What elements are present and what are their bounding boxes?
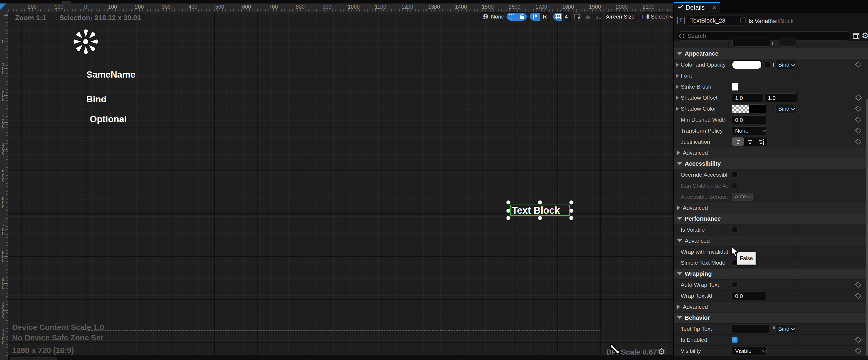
canvas-bottom-strip — [8, 355, 673, 360]
property-value-cell: Bind — [728, 103, 798, 114]
section-header-wrapping[interactable]: Wrapping — [674, 269, 868, 279]
property-checkbox[interactable] — [732, 172, 738, 177]
selection-handle[interactable] — [506, 209, 510, 213]
textblock-widget[interactable]: SameName — [86, 69, 135, 80]
section-header-accessibility[interactable]: Accessibility — [674, 158, 868, 169]
property-checkbox[interactable] — [732, 260, 738, 266]
section-header-performance[interactable]: Performance — [674, 214, 868, 224]
bind-button[interactable]: Bind — [775, 104, 797, 113]
property-label: Min Desired Width — [674, 116, 727, 123]
h-ruler-label: 600 — [242, 4, 251, 10]
inherit-checkbox[interactable] — [765, 62, 770, 67]
property-label: Wrap Text At — [674, 293, 712, 299]
details-tab[interactable]: Details ✕ — [674, 2, 720, 13]
advanced-row[interactable]: Advanced — [674, 236, 868, 246]
section-header-appearance[interactable]: Appearance — [674, 48, 868, 59]
reset-to-default-icon[interactable] — [855, 94, 862, 101]
advanced-row[interactable]: Advanced — [674, 147, 868, 158]
justify-center-button[interactable] — [744, 137, 756, 146]
widget-outlines-button[interactable] — [530, 12, 540, 21]
textblock-widget[interactable]: Bind — [86, 94, 107, 105]
property-label: Is Enabled — [674, 337, 707, 343]
selected-textblock-widget[interactable]: Text Block — [510, 204, 570, 216]
tooltip-text-input[interactable] — [732, 325, 769, 333]
shadow-offset-y-input[interactable]: 1.0 — [765, 93, 797, 102]
strike-brush-swatch[interactable] — [732, 83, 738, 90]
flip-preview-button[interactable] — [594, 12, 603, 21]
localization-none-label: None — [488, 13, 504, 20]
reset-to-default-icon[interactable] — [855, 138, 861, 145]
reset-to-default-icon[interactable] — [855, 105, 861, 112]
reset-to-default-icon[interactable] — [855, 348, 861, 354]
respect-locks-button[interactable]: R — [540, 12, 550, 21]
outline-toggle-button[interactable] — [506, 12, 517, 21]
property-checkbox[interactable] — [732, 227, 738, 232]
h-ruler-label: 2000 — [616, 4, 628, 10]
reset-to-default-icon[interactable] — [855, 116, 861, 123]
selection-handle[interactable] — [569, 209, 574, 213]
value-dropdown[interactable]: Visible — [732, 347, 767, 355]
search-placeholder: Search — [687, 32, 706, 39]
chevron-down-icon — [763, 128, 767, 132]
property-value-cell: InheritBind — [728, 59, 798, 70]
property-value-cell: None — [728, 126, 798, 136]
v-ruler-label: 3 0 0 — [1, 116, 5, 128]
grid-snap-size-button[interactable]: 4 — [562, 12, 570, 21]
selection-handle[interactable] — [569, 216, 574, 220]
widget-name-input[interactable]: TextBlock_23 — [687, 16, 747, 26]
textblock-type-icon: T — [677, 17, 685, 24]
horizontal-ruler: 2001000100200300400500600700800900100011… — [8, 3, 673, 12]
selection-handle[interactable] — [538, 200, 542, 204]
value-dropdown[interactable]: None — [732, 127, 767, 135]
advanced-row[interactable]: Advanced — [674, 202, 868, 214]
accessible-behavior-dropdown[interactable]: Auto — [732, 193, 753, 201]
reset-to-default-icon[interactable] — [855, 292, 861, 299]
shadow-color-swatch[interactable] — [732, 105, 766, 113]
selection-handle[interactable] — [538, 216, 542, 220]
is-variable-checkbox[interactable] — [740, 18, 746, 23]
justify-right-button[interactable] — [755, 137, 767, 146]
advanced-row[interactable]: Advanced — [674, 302, 868, 312]
property-row: Shadow Offset1.01.0 — [674, 92, 868, 103]
property-row: Accessible BehaviorAuto — [674, 191, 868, 202]
design-viewport[interactable]: SameName Bind Optional Text Block Zoom 1… — [8, 11, 673, 360]
grid-snap-button[interactable] — [553, 12, 562, 21]
property-checkbox-checked[interactable]: ✓ — [732, 337, 738, 342]
widget-name-row: T TextBlock_23 Is Variable TextBlock — [674, 13, 868, 30]
reset-to-default-icon[interactable] — [855, 127, 861, 134]
selection-handle[interactable] — [569, 200, 574, 204]
property-checkbox[interactable] — [732, 282, 738, 287]
color-swatch[interactable] — [732, 60, 762, 69]
bind-button[interactable]: Bind — [775, 60, 797, 69]
value-input[interactable]: 0.0 — [732, 292, 767, 300]
value-input[interactable]: 0.0 — [732, 115, 767, 124]
selection-handle[interactable] — [506, 200, 510, 204]
grid-snap-group: 4 — [553, 12, 571, 21]
screen-size-dropdown[interactable]: Screen Size — [605, 12, 637, 21]
section-header-behavior[interactable]: Behavior — [674, 312, 868, 324]
textblock-widget[interactable]: Optional — [90, 114, 127, 124]
settings-gear-icon[interactable]: ⚙ — [862, 31, 868, 40]
reset-to-default-icon[interactable] — [855, 281, 861, 288]
reset-to-default-icon[interactable] — [855, 61, 861, 68]
throbber-flower-icon[interactable] — [71, 27, 100, 56]
tab-stub — [62, 1, 71, 3]
preview-background-button[interactable] — [583, 12, 592, 21]
property-row: Wrap with Invalidation Panel — [674, 246, 868, 257]
shadow-offset-x-input[interactable]: 1.0 — [732, 93, 764, 102]
animations-tab-stub[interactable] — [10, 357, 57, 360]
bind-button[interactable]: Bind — [775, 324, 797, 333]
lock-widgets-button[interactable] — [517, 12, 527, 21]
localization-preview-button[interactable]: None — [480, 12, 504, 21]
selection-handle[interactable] — [506, 216, 510, 220]
close-tab-icon[interactable]: ✕ — [712, 5, 716, 11]
fill-screen-dropdown[interactable]: Fill Screen — [640, 12, 673, 21]
property-checkbox[interactable] — [732, 183, 738, 189]
h-ruler-label: 1200 — [401, 4, 413, 10]
reset-to-default-icon[interactable] — [855, 336, 861, 343]
justify-left-button[interactable] — [732, 137, 744, 146]
display-filter-icon[interactable] — [853, 33, 860, 39]
property-value-cell: 0.0 — [728, 290, 798, 301]
details-scrollbar[interactable] — [866, 99, 868, 356]
select-designer-widget-button[interactable] — [572, 12, 582, 21]
